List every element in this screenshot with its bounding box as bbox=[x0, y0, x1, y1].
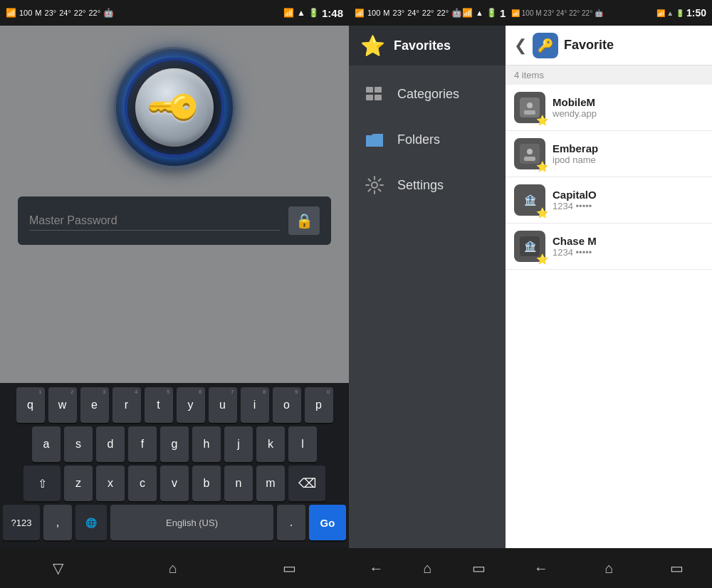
go-button[interactable]: Go bbox=[309, 505, 346, 540]
master-password-input[interactable] bbox=[29, 211, 280, 231]
star-badge-1: ⭐ bbox=[536, 161, 548, 172]
fav-item-sub-1: ipod name bbox=[553, 154, 703, 165]
key-period[interactable]: . bbox=[277, 505, 305, 540]
app-logo: 🔑 bbox=[114, 47, 235, 168]
key-h[interactable]: h bbox=[192, 426, 221, 462]
nav-recents-left[interactable]: ▭ bbox=[268, 554, 310, 582]
key-comma[interactable]: , bbox=[43, 505, 72, 540]
symbols-key[interactable]: ?123 bbox=[3, 505, 40, 540]
menu-item-folders[interactable]: Folders bbox=[349, 117, 506, 162]
key-a[interactable]: a bbox=[32, 426, 61, 462]
fav-item-2[interactable]: 🏦 ⭐ CapitalO 1234 ••••• bbox=[506, 177, 712, 224]
key-icon: 🔑 bbox=[145, 78, 205, 138]
key-o[interactable]: o9 bbox=[273, 387, 301, 423]
fav-count: 4 items bbox=[506, 65, 712, 85]
fav-item-3[interactable]: 🏦 ⭐ Chase M 1234 ••••• bbox=[506, 224, 712, 270]
categories-icon bbox=[363, 83, 386, 105]
fav-item-info-1: Emberap ipod name bbox=[553, 142, 703, 165]
svg-rect-2 bbox=[366, 95, 373, 100]
globe-key[interactable]: 🌐 bbox=[75, 505, 107, 540]
fav-back-button[interactable]: ❮ bbox=[514, 36, 527, 55]
menu-status-left: 📶 100 M 23° 24° 22° 22° 🤖 bbox=[355, 8, 462, 18]
fav-item-icon-0: ⭐ bbox=[514, 92, 545, 123]
key-y[interactable]: y6 bbox=[177, 387, 205, 423]
fav-time: 1:50 bbox=[686, 7, 706, 19]
key-x[interactable]: x bbox=[96, 466, 125, 501]
key-q[interactable]: q1 bbox=[16, 387, 45, 423]
key-z[interactable]: z bbox=[64, 466, 93, 501]
key-j[interactable]: j bbox=[224, 426, 253, 462]
key-n[interactable]: n bbox=[224, 466, 253, 501]
fav-item-name-1: Emberap bbox=[553, 142, 703, 154]
svg-point-9 bbox=[527, 149, 533, 154]
key-v[interactable]: v bbox=[160, 466, 189, 501]
key-l[interactable]: l bbox=[288, 426, 317, 462]
key-t[interactable]: t5 bbox=[145, 387, 173, 423]
menu-battery: 📶 bbox=[355, 9, 365, 18]
fav-item-name-0: MobileM bbox=[553, 96, 703, 108]
fav-item-name-2: CapitalO bbox=[553, 189, 703, 201]
key-p[interactable]: p0 bbox=[305, 387, 333, 423]
settings-icon bbox=[363, 174, 386, 196]
battery-icon-right: 🔋 bbox=[308, 8, 319, 18]
menu-item-categories[interactable]: Categories bbox=[349, 71, 506, 117]
star-badge-3: ⭐ bbox=[536, 253, 548, 265]
key-g[interactable]: g bbox=[160, 426, 189, 462]
lock-button[interactable]: 🔒 bbox=[288, 206, 320, 235]
menu-item-settings[interactable]: Settings bbox=[349, 162, 506, 208]
status-icons-right: 📶 ▲ 🔋 1:48 bbox=[283, 7, 343, 19]
svg-text:🏦: 🏦 bbox=[524, 241, 537, 253]
fav-item-name-3: Chase M bbox=[553, 235, 703, 247]
key-e[interactable]: e3 bbox=[80, 387, 109, 423]
key-w[interactable]: w2 bbox=[48, 387, 77, 423]
menu-temp1: 23° bbox=[393, 9, 405, 17]
password-area: 🔒 bbox=[18, 196, 331, 245]
key-r[interactable]: r4 bbox=[112, 387, 141, 423]
menu-sig: 100 bbox=[367, 9, 380, 17]
signal-strength: 100 bbox=[19, 9, 32, 17]
nav-recents-fav[interactable]: ▭ bbox=[656, 554, 698, 582]
key-c[interactable]: c bbox=[128, 466, 157, 501]
key-d[interactable]: d bbox=[96, 426, 125, 462]
status-time-left: 1:48 bbox=[322, 7, 343, 19]
battery-icon: 📶 bbox=[6, 8, 16, 18]
gmail-icon: M bbox=[35, 9, 41, 17]
fav-header: ❮ 🔑 Favorite bbox=[506, 26, 712, 65]
fav-item-sub-2: 1234 ••••• bbox=[553, 201, 703, 211]
svg-rect-3 bbox=[375, 95, 382, 100]
nav-back-menu[interactable]: ← bbox=[355, 555, 397, 582]
nav-home-fav[interactable]: ⌂ bbox=[590, 555, 627, 582]
fav-header-icon: 🔑 bbox=[533, 33, 558, 58]
fav-item-info-0: MobileM wendy.app bbox=[553, 96, 703, 119]
menu-header: ⭐ Favorites bbox=[349, 26, 506, 65]
fav-item-1[interactable]: ⭐ Emberap ipod name bbox=[506, 131, 712, 177]
shift-key[interactable]: ⇧ bbox=[23, 466, 61, 501]
android-icon: 🤖 bbox=[103, 8, 114, 18]
logo-inner-circle: 🔑 bbox=[135, 68, 214, 147]
svg-rect-7 bbox=[524, 110, 535, 115]
fav-bottom-nav: ← ⌂ ▭ bbox=[506, 548, 712, 588]
wifi-icon: 📶 bbox=[283, 8, 294, 18]
space-key[interactable]: English (US) bbox=[110, 505, 273, 540]
left-panel: 📶 100 M 23° 24° 22° 22° 🤖 📶 ▲ 🔋 1:48 🔑 bbox=[0, 0, 349, 588]
key-f[interactable]: f bbox=[128, 426, 157, 462]
key-i[interactable]: i8 bbox=[241, 387, 269, 423]
key-icon-fav: 🔑 bbox=[538, 38, 553, 53]
key-b[interactable]: b bbox=[192, 466, 221, 501]
temp3: 22° bbox=[74, 9, 86, 17]
nav-recents-menu[interactable]: ▭ bbox=[458, 554, 500, 582]
key-s[interactable]: s bbox=[64, 426, 93, 462]
key-u[interactable]: u7 bbox=[209, 387, 237, 423]
nav-home-left[interactable]: ⌂ bbox=[155, 555, 192, 582]
nav-back-fav[interactable]: ← bbox=[520, 555, 562, 582]
nav-back-left[interactable]: ▽ bbox=[38, 554, 78, 582]
left-status-bar: 📶 100 M 23° 24° 22° 22° 🤖 📶 ▲ 🔋 1:48 bbox=[0, 0, 349, 26]
star-badge-2: ⭐ bbox=[536, 207, 548, 219]
nav-home-menu[interactable]: ⌂ bbox=[409, 555, 446, 582]
fav-item-0[interactable]: ⭐ MobileM wendy.app bbox=[506, 85, 712, 131]
fav-item-sub-3: 1234 ••••• bbox=[553, 247, 703, 258]
key-m[interactable]: m bbox=[256, 466, 285, 501]
menu-items-list: Categories Folders Settings bbox=[349, 65, 506, 548]
backspace-key[interactable]: ⌫ bbox=[288, 466, 325, 501]
key-k[interactable]: k bbox=[256, 426, 285, 462]
